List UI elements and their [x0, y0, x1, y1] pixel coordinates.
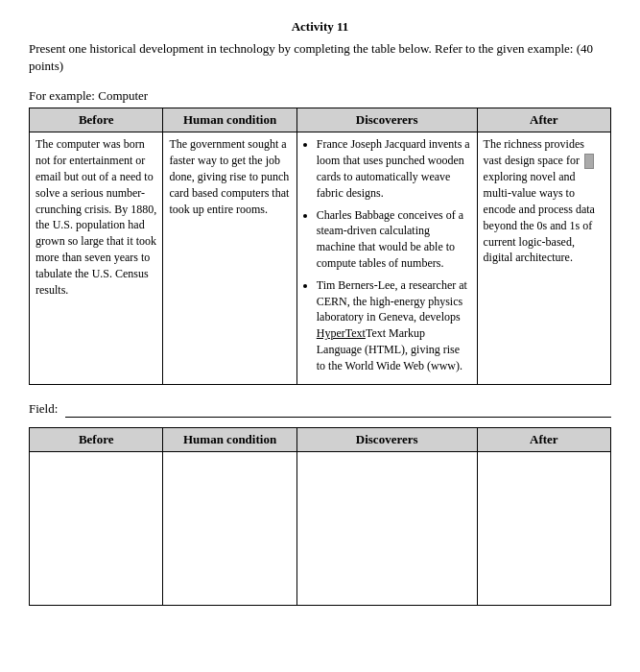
discoverer-1: France Joseph Jacquard invents a loom th… [317, 136, 471, 201]
discoverer-2: Charles Babbage conceives of a steam-dri… [317, 207, 471, 272]
header-before: Before [30, 108, 163, 132]
student-before-cell[interactable] [30, 451, 163, 605]
student-table: Before Human condition Discoverers After [29, 427, 611, 606]
student-after-cell[interactable] [477, 451, 610, 605]
header-discoverers: Discoverers [296, 108, 477, 132]
scroll-indicator-icon [584, 154, 594, 169]
student-discoverers-cell[interactable] [296, 451, 477, 605]
human-condition-cell: The government sought a faster way to ge… [163, 132, 296, 384]
field-input-line[interactable] [65, 400, 611, 418]
student-header-discoverers: Discoverers [296, 427, 477, 451]
hypertext-underline: HyperText [317, 326, 366, 340]
before-cell: The computer was born not for entertainm… [30, 132, 163, 384]
example-label: For example: Computer [29, 88, 611, 104]
instructions: Present one historical development in te… [29, 40, 611, 75]
example-row: The computer was born not for entertainm… [30, 132, 611, 384]
field-label: Field: [29, 401, 58, 417]
discoverer-3: Tim Berners-Lee, a researcher at CERN, t… [317, 277, 471, 374]
field-row: Field: [29, 400, 611, 418]
header-after: After [477, 108, 610, 132]
after-cell: The richness provides vast design space … [477, 132, 610, 384]
student-header-before: Before [30, 427, 163, 451]
student-header-human: Human condition [163, 427, 296, 451]
discoverers-cell: France Joseph Jacquard invents a loom th… [296, 132, 477, 384]
student-human-cell[interactable] [163, 451, 296, 605]
example-table: Before Human condition Discoverers After… [29, 108, 611, 384]
activity-title: Activity 11 [29, 19, 611, 35]
student-header-after: After [477, 427, 610, 451]
header-human: Human condition [163, 108, 296, 132]
student-row [30, 451, 611, 605]
